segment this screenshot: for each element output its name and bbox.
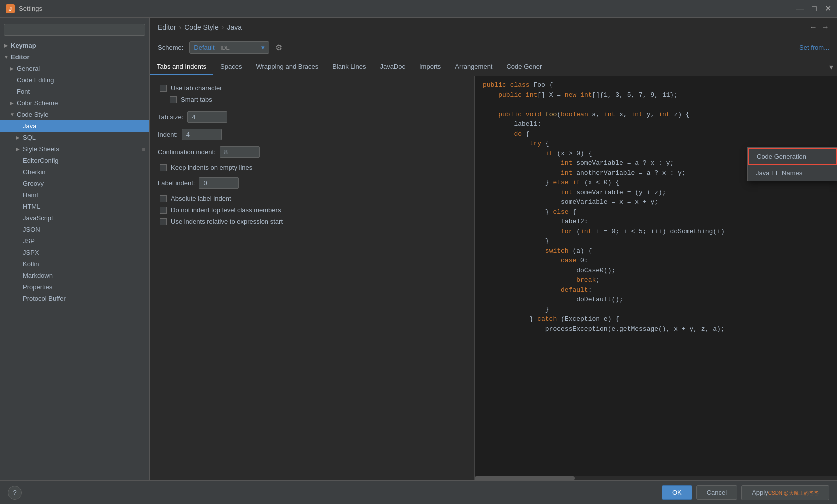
sidebar-item-style-sheets[interactable]: ▶ Style Sheets ≡ [0, 143, 149, 155]
scheme-select[interactable]: Default IDE ▾ [189, 41, 269, 54]
sidebar-item-sql[interactable]: ▶ SQL ≡ [0, 132, 149, 143]
sidebar-item-editor-config[interactable]: ▶ EditorConfig [0, 155, 149, 166]
help-button[interactable]: ? [8, 486, 22, 500]
indent-input[interactable] [182, 129, 222, 140]
smart-tabs-checkbox[interactable] [170, 96, 177, 103]
use-tab-character-checkbox[interactable] [160, 85, 167, 92]
label-indent-input[interactable] [199, 177, 239, 189]
sidebar-item-jsp[interactable]: ▶ JSP [0, 235, 149, 247]
set-from-link[interactable]: Set from... [799, 44, 829, 51]
sidebar-item-font[interactable]: ▶ Font [0, 86, 149, 97]
sidebar-item-markdown[interactable]: ▶ Markdown [0, 270, 149, 281]
tab-arrangement[interactable]: Arrangement [448, 59, 499, 75]
minimize-button[interactable]: ― [796, 4, 804, 13]
apply-button[interactable]: ApplyCSDN @大魔王的爸爸 [741, 485, 829, 500]
code-line: break; [483, 275, 829, 285]
maximize-button[interactable]: □ [812, 4, 817, 13]
tab-tabs-indents[interactable]: Tabs and Indents [150, 59, 213, 75]
sidebar-item-label: Color Scheme [17, 99, 58, 107]
breadcrumb-java: Java [227, 23, 242, 31]
sidebar-item-jspx[interactable]: ▶ JSPX [0, 247, 149, 258]
tab-blank-lines[interactable]: Blank Lines [325, 59, 373, 75]
code-line: someVariable = x = x + y; [483, 197, 829, 207]
bottom-bar: ? OK Cancel ApplyCSDN @大魔王的爸爸 [0, 480, 837, 504]
code-line: } [483, 305, 829, 315]
code-line: label2: [483, 217, 829, 227]
code-line: public class Foo { [483, 80, 829, 90]
forward-button[interactable]: → [821, 23, 829, 32]
keep-indents-row: Keep indents on empty lines [158, 164, 466, 171]
continuation-indent-input[interactable] [220, 146, 260, 158]
tab-size-input[interactable] [187, 111, 227, 123]
scheme-gear-button[interactable]: ⚙ [275, 43, 282, 52]
chevron-down-icon: ▼ [10, 112, 15, 117]
breadcrumb-code-style: Code Style [184, 23, 218, 31]
sidebar-item-label: Font [17, 88, 30, 95]
sidebar-item-javascript[interactable]: ▶ JavaScript [0, 212, 149, 224]
sidebar-item-protocol-buffer[interactable]: ▶ Protocol Buffer [0, 293, 149, 304]
sidebar-item-label: JavaScript [23, 214, 53, 222]
tab-spaces[interactable]: Spaces [213, 59, 249, 75]
close-button[interactable]: ✕ [825, 4, 831, 13]
use-indents-relative-checkbox[interactable] [160, 218, 167, 225]
search-box[interactable] [4, 24, 145, 36]
tabs-wrapper: Tabs and Indents Spaces Wrapping and Bra… [150, 58, 837, 76]
sidebar-item-label: Editor [11, 53, 30, 61]
sidebar-item-keymap[interactable]: ▶ Keymap [0, 40, 149, 51]
sidebar-item-color-scheme[interactable]: ▶ Color Scheme [0, 97, 149, 109]
breadcrumb-sep-1: › [179, 23, 182, 31]
app-icon: J [6, 4, 15, 13]
code-line: label1: [483, 119, 829, 129]
tabs-more-button[interactable]: ▾ [825, 58, 837, 76]
scrollbar-thumb[interactable] [475, 476, 575, 480]
title-bar-left: J Settings [6, 4, 42, 13]
cancel-button[interactable]: Cancel [696, 485, 737, 500]
sidebar-item-gherkin[interactable]: ▶ Gherkin [0, 166, 149, 178]
horizontal-scrollbar[interactable] [475, 476, 837, 480]
sidebar-item-java[interactable]: ▶ Java [0, 120, 149, 132]
sidebar-item-kotlin[interactable]: ▶ Kotlin [0, 258, 149, 270]
tab-imports[interactable]: Imports [412, 59, 448, 75]
scheme-value: Default [194, 44, 214, 51]
code-line: public int[] X = new int[]{1, 3, 5, 7, 9… [483, 90, 829, 100]
search-input[interactable] [8, 26, 141, 33]
absolute-label-indent-row: Absolute label indent [158, 195, 466, 202]
sidebar-item-html[interactable]: ▶ HTML [0, 201, 149, 212]
sidebar-item-groovy[interactable]: ▶ Groovy [0, 178, 149, 189]
ok-button[interactable]: OK [662, 485, 692, 500]
dropdown-item-code-generation[interactable]: Code Generation [748, 148, 837, 165]
sidebar-item-haml[interactable]: ▶ Haml [0, 189, 149, 201]
code-line: for (int i = 0; i < 5; i++) doSomething(… [483, 227, 829, 237]
sidebar-item-properties[interactable]: ▶ Properties [0, 281, 149, 293]
sidebar-item-code-style[interactable]: ▼ Code Style [0, 109, 149, 120]
sidebar-item-label: Protocol Buffer [23, 295, 66, 302]
title-bar: J Settings ― □ ✕ [0, 0, 837, 18]
watermark-text: CSDN @大魔王的爸爸 [768, 490, 819, 496]
code-line: default: [483, 285, 829, 295]
code-line: switch (a) { [483, 246, 829, 256]
scheme-sub: IDE [221, 45, 230, 51]
dropdown-item-java-ee-names[interactable]: Java EE Names [748, 165, 837, 181]
tabs-dropdown-popup: Code Generation Java EE Names [747, 147, 837, 181]
do-not-indent-checkbox[interactable] [160, 207, 167, 214]
sidebar-item-json[interactable]: ▶ JSON [0, 224, 149, 235]
tab-javadoc[interactable]: JavaDoc [373, 59, 412, 75]
tab-wrapping[interactable]: Wrapping and Braces [249, 59, 325, 75]
sidebar-item-label: JSPX [23, 249, 39, 256]
absolute-label-indent-checkbox[interactable] [160, 195, 167, 202]
sidebar-item-general[interactable]: ▶ General [0, 63, 149, 74]
back-button[interactable]: ← [809, 23, 817, 32]
sidebar-item-code-editing[interactable]: ▶ Code Editing [0, 74, 149, 86]
sidebar-item-label: Groovy [23, 180, 44, 187]
tab-code-gen[interactable]: Code Gener [499, 59, 549, 75]
chevron-down-icon: ▼ [4, 54, 9, 60]
sidebar-item-editor[interactable]: ▼ Editor [0, 51, 149, 63]
code-line [483, 100, 829, 110]
settings-panel: Use tab character Smart tabs Tab size: I… [150, 76, 475, 480]
keep-indents-checkbox[interactable] [160, 164, 167, 171]
sidebar-item-label: SQL [23, 134, 36, 141]
code-line: } catch (Exception e) { [483, 314, 829, 324]
tabs-scroll: Tabs and Indents Spaces Wrapping and Bra… [150, 59, 825, 75]
tabs-container: Tabs and Indents Spaces Wrapping and Bra… [150, 58, 837, 76]
sql-icon: ≡ [142, 135, 145, 141]
